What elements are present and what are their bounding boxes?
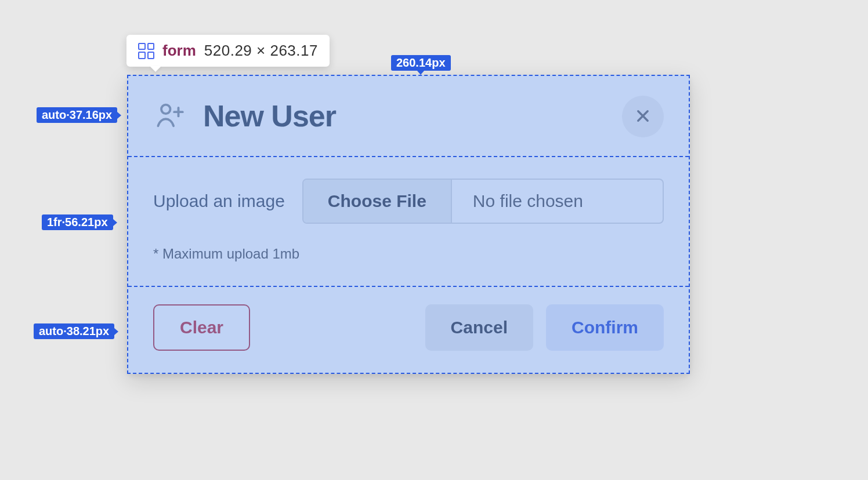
upload-label: Upload an image [153,191,285,211]
devtools-element-tooltip: form 520.29 × 263.17 [126,35,330,67]
tooltip-dimensions: 520.29 × 263.17 [204,42,318,60]
tooltip-element-name: form [162,42,196,60]
confirm-button[interactable]: Confirm [546,304,664,351]
devtools-row3-label: auto·38.21px [34,323,114,339]
clear-button[interactable]: Clear [153,304,250,351]
file-input[interactable]: Choose File No file chosen [302,179,664,224]
user-plus-icon [153,98,187,134]
close-button[interactable] [622,96,664,137]
devtools-row1-label: auto·37.16px [37,107,117,123]
modal-footer: Clear Cancel Confirm [153,288,664,351]
new-user-form: New User Upload an image Choose File No … [127,75,690,374]
modal-body: Upload an image Choose File No file chos… [153,134,664,288]
choose-file-button[interactable]: Choose File [303,180,452,223]
file-status-text: No file chosen [452,180,663,223]
upload-row: Upload an image Choose File No file chos… [153,179,664,224]
svg-point-0 [161,105,170,114]
grid-icon [138,43,154,59]
close-icon [635,104,651,129]
modal-header: New User [153,98,664,134]
modal-title: New User [203,99,336,133]
devtools-row2-label: 1fr·56.21px [42,214,113,230]
upload-hint: * Maximum upload 1mb [153,246,664,262]
devtools-width-label: 260.14px [391,55,451,71]
cancel-button[interactable]: Cancel [425,304,533,351]
